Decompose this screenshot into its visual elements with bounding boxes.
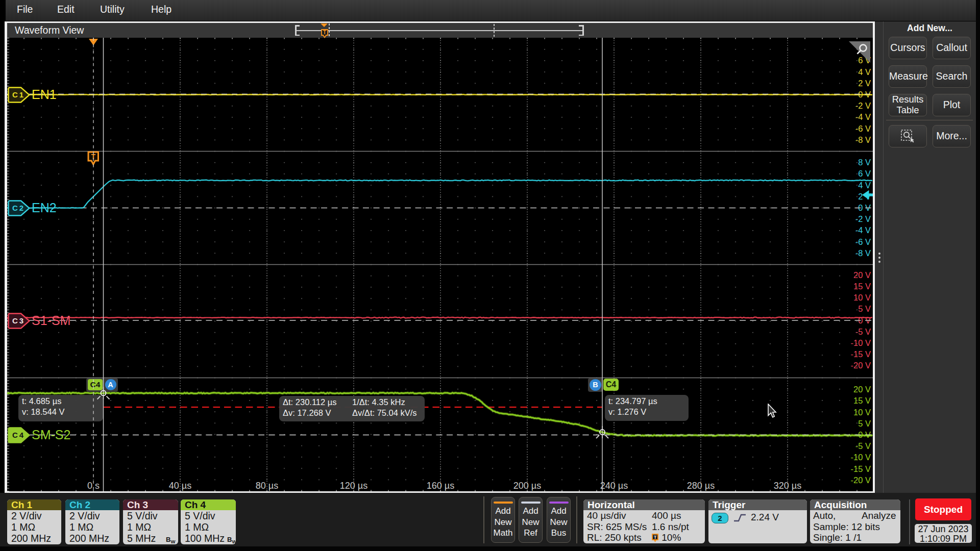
svg-text:T: T <box>323 29 327 35</box>
svg-text:T: T <box>654 534 657 540</box>
